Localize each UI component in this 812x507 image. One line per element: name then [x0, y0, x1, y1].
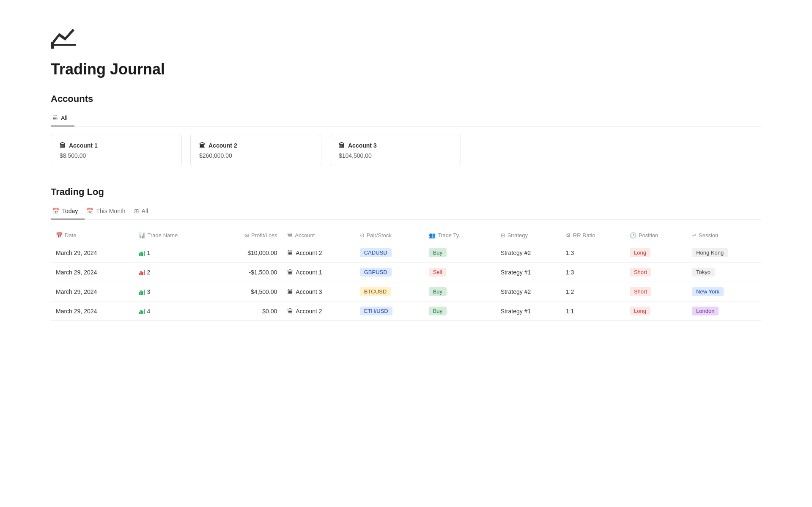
cell-trade-name-1: 2 — [134, 263, 213, 282]
svg-rect-11 — [139, 292, 140, 295]
col-trade-type: 👥 Trade Ty... — [424, 228, 496, 243]
account-card-2[interactable]: 🏛 Account 2 $260,000.00 — [190, 135, 321, 166]
col-position: 🕐 Position — [625, 228, 687, 243]
cell-strategy-1: Strategy #1 — [496, 263, 561, 282]
cell-profit-3: $0.00 — [213, 301, 283, 321]
cell-profit-1: -$1,500.00 — [213, 263, 283, 282]
cell-rr-ratio-1: 1:3 — [561, 263, 625, 282]
tab-all[interactable]: ⊞ All — [132, 204, 155, 219]
col-strategy: ⊞ Strategy — [496, 228, 561, 243]
cell-position-3: Long — [625, 301, 687, 321]
account-card-1[interactable]: 🏛 Account 1 $8,500.00 — [51, 135, 182, 166]
svg-rect-14 — [144, 290, 145, 295]
grid-col-icon: ⊞ — [501, 232, 505, 238]
svg-rect-17 — [142, 311, 143, 314]
cell-date-3: March 29, 2024 — [51, 301, 134, 321]
cell-strategy-3: Strategy #1 — [496, 301, 561, 321]
accounts-tabs: 🏛 All — [51, 111, 761, 126]
bar-chart-icon-0 — [139, 250, 145, 256]
svg-rect-18 — [144, 309, 145, 314]
cell-account-0: 🏛 Account 2 — [282, 243, 354, 263]
accounts-grid: 🏛 Account 1 $8,500.00 🏛 Account 2 $260,0… — [51, 135, 761, 166]
col-profit-loss: ✉ Profit/Loss — [213, 228, 283, 243]
cell-date-0: March 29, 2024 — [51, 243, 134, 263]
svg-rect-10 — [144, 270, 145, 275]
account-2-value: $260,000.00 — [199, 152, 313, 159]
cell-profit-0: $10,000.00 — [213, 243, 283, 263]
envelope-col-icon: ✉ — [244, 232, 249, 238]
logo-icon — [51, 25, 76, 49]
accounts-tab-all[interactable]: 🏛 All — [51, 111, 74, 126]
col-session: ✂ Session — [687, 228, 761, 243]
account-3-name: Account 3 — [348, 142, 377, 149]
table-row[interactable]: March 29, 2024 2 -$1,500.00 🏛 Account 1 … — [51, 263, 761, 282]
cell-position-2: Short — [625, 282, 687, 301]
cell-account-3: 🏛 Account 2 — [282, 301, 354, 321]
svg-rect-6 — [144, 251, 145, 256]
bank-icon-row-2: 🏛 — [287, 288, 293, 295]
cell-trade-name-3: 4 — [134, 301, 213, 321]
cell-trade-type-3: Buy — [424, 301, 496, 321]
table-row[interactable]: March 29, 2024 4 $0.00 🏛 Account 2 ETH/U… — [51, 301, 761, 321]
account-1-value: $8,500.00 — [60, 152, 173, 159]
cell-date-1: March 29, 2024 — [51, 263, 134, 282]
bank-icon-1: 🏛 — [60, 142, 66, 149]
cell-session-2: New York — [687, 282, 761, 301]
trade-table: 📅 Date 📊 Trade Name ✉ Profit/Loss — [51, 228, 761, 321]
col-date: 📅 Date — [51, 228, 134, 243]
table-row[interactable]: March 29, 2024 3 $4,500.00 🏛 Account 3 B… — [51, 282, 761, 301]
bank-icon-3: 🏛 — [339, 142, 345, 149]
page-title: Trading Journal — [51, 60, 761, 78]
cell-pair-0: CADUSD — [355, 243, 424, 263]
cell-trade-type-2: Buy — [424, 282, 496, 301]
bar-chart-icon-1 — [139, 269, 145, 275]
bar-chart-icon-3 — [139, 308, 145, 314]
svg-rect-5 — [142, 252, 143, 256]
svg-marker-2 — [52, 29, 74, 43]
cell-pair-3: ETH/USD — [355, 301, 424, 321]
barchart-col-icon: 📊 — [139, 232, 145, 238]
cell-position-1: Short — [625, 263, 687, 282]
grid-icon-all: ⊞ — [134, 208, 139, 214]
svg-rect-8 — [140, 271, 142, 275]
svg-rect-12 — [140, 290, 142, 295]
svg-rect-13 — [142, 291, 143, 295]
cell-account-2: 🏛 Account 3 — [282, 282, 354, 301]
cell-profit-2: $4,500.00 — [213, 282, 283, 301]
table-header-row: 📅 Date 📊 Trade Name ✉ Profit/Loss — [51, 228, 761, 243]
scissors-col-icon: ✂ — [692, 232, 697, 238]
calendar-icon-today: 📅 — [52, 208, 60, 214]
cell-strategy-2: Strategy #2 — [496, 282, 561, 301]
cell-trade-name-2: 3 — [134, 282, 213, 301]
cell-pair-1: GBPUSD — [355, 263, 424, 282]
trading-log-title: Trading Log — [51, 186, 761, 197]
svg-rect-15 — [139, 312, 140, 314]
cell-session-1: Tokyo — [687, 263, 761, 282]
bank-col-icon: 🏛 — [287, 232, 293, 238]
tab-this-month[interactable]: 📅 This Month — [85, 204, 132, 219]
account-2-name: Account 2 — [208, 142, 237, 149]
svg-rect-4 — [140, 252, 142, 256]
svg-rect-16 — [140, 310, 142, 314]
calendar-icon-month: 📅 — [86, 208, 93, 214]
bank-icon: 🏛 — [52, 115, 58, 121]
col-rr-ratio: ⚙ RR Ratio — [561, 228, 625, 243]
account-3-value: $104,500.00 — [339, 152, 452, 159]
account-card-3[interactable]: 🏛 Account 3 $104,500.00 — [330, 135, 461, 166]
account-1-name: Account 1 — [69, 142, 98, 149]
cell-session-0: Hong Kong — [687, 243, 761, 263]
cell-rr-ratio-0: 1:3 — [561, 243, 625, 263]
svg-rect-3 — [139, 253, 140, 256]
cell-rr-ratio-3: 1:1 — [561, 301, 625, 321]
cell-account-1: 🏛 Account 1 — [282, 263, 354, 282]
trading-log-section: Trading Log 📅 Today 📅 This Month ⊞ All 📅… — [51, 186, 761, 321]
trading-log-tabs: 📅 Today 📅 This Month ⊞ All — [51, 204, 761, 219]
col-account: 🏛 Account — [282, 228, 354, 243]
tab-today[interactable]: 📅 Today — [51, 204, 85, 219]
cell-rr-ratio-2: 1:2 — [561, 282, 625, 301]
bank-icon-row-1: 🏛 — [287, 269, 293, 276]
cell-trade-type-1: Sell — [424, 263, 496, 282]
cell-position-0: Long — [625, 243, 687, 263]
table-row[interactable]: March 29, 2024 1 $10,000.00 🏛 Account 2 … — [51, 243, 761, 263]
bank-icon-row-3: 🏛 — [287, 308, 293, 315]
